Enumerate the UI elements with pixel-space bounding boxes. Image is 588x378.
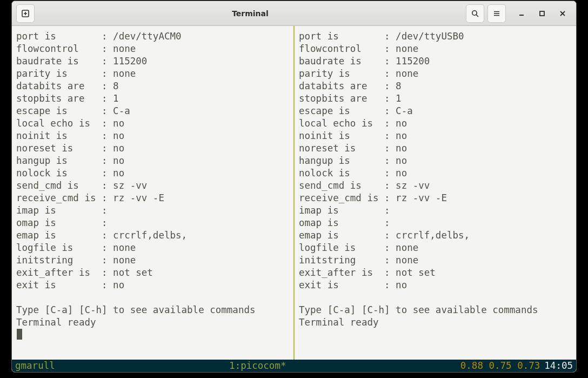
setting-line: receive_cmd is : rz -vv -E	[299, 192, 572, 204]
status-load-averages: 0.88 0.75 0.73	[460, 360, 540, 372]
setting-line: emap is : crcrlf,delbs,	[16, 229, 289, 242]
setting-line: imap is :	[299, 204, 572, 217]
blank-line	[299, 291, 572, 304]
setting-line: parity is : none	[16, 68, 289, 80]
setting-line: databits are : 8	[299, 80, 572, 92]
help-line: Type [C-a] [C-h] to see available comman…	[299, 304, 572, 316]
setting-line: baudrate is : 115200	[299, 55, 572, 68]
setting-line: escape is : C-a	[16, 105, 289, 117]
setting-line: emap is : crcrlf,delbs,	[299, 229, 572, 242]
setting-line: exit is : no	[16, 279, 289, 291]
setting-line: hangup is : no	[16, 155, 289, 167]
cursor	[17, 329, 22, 340]
setting-line: stopbits are : 1	[16, 92, 289, 105]
prompt-line	[16, 329, 289, 341]
minimize-button[interactable]	[512, 4, 531, 23]
setting-line: nolock is : no	[16, 167, 289, 180]
setting-line: escape is : C-a	[299, 105, 572, 117]
setting-line: exit_after is : not set	[299, 267, 572, 279]
setting-line: port is : /dev/ttyACM0	[16, 30, 289, 43]
svg-rect-2	[540, 11, 544, 16]
setting-line: imap is :	[16, 204, 289, 217]
setting-line: hangup is : no	[299, 155, 572, 167]
setting-line: receive_cmd is : rz -vv -E	[16, 192, 289, 204]
setting-line: exit is : no	[299, 279, 572, 291]
setting-line: send_cmd is : sz -vv	[16, 180, 289, 192]
window-title: Terminal	[38, 9, 463, 18]
setting-line: databits are : 8	[16, 80, 289, 92]
terminal-window: Terminal port is : /dev/ttyACM0flowcontr…	[11, 1, 577, 373]
blank-line	[16, 291, 289, 304]
setting-line: local echo is : no	[16, 117, 289, 130]
setting-line: noinit is : no	[16, 130, 289, 142]
svg-point-1	[472, 10, 477, 15]
titlebar: Terminal	[12, 1, 576, 26]
setting-line: noreset is : no	[299, 142, 572, 155]
ready-line: Terminal ready	[299, 316, 572, 329]
setting-line: port is : /dev/ttyUSB0	[299, 30, 572, 43]
close-button[interactable]	[553, 4, 572, 23]
status-clock: 14:05	[544, 360, 573, 372]
ready-line: Terminal ready	[16, 316, 289, 329]
tmux-panes: port is : /dev/ttyACM0flowcontrol : none…	[12, 26, 576, 360]
maximize-button[interactable]	[533, 4, 551, 23]
setting-line: noinit is : no	[299, 130, 572, 142]
setting-line: initstring : none	[299, 254, 572, 267]
status-window-name: 1:picocom*	[55, 360, 460, 372]
setting-line: omap is :	[16, 217, 289, 229]
tmux-status-bar: gmarull 1:picocom* 0.88 0.75 0.73 14:05	[12, 360, 576, 372]
terminal-body[interactable]: port is : /dev/ttyACM0flowcontrol : none…	[12, 26, 576, 372]
setting-line: parity is : none	[299, 68, 572, 80]
new-tab-button[interactable]	[16, 4, 35, 23]
setting-line: initstring : none	[16, 254, 289, 267]
setting-line: stopbits are : 1	[299, 92, 572, 105]
setting-line: local echo is : no	[299, 117, 572, 130]
setting-line: send_cmd is : sz -vv	[299, 180, 572, 192]
status-session: gmarull	[15, 360, 55, 372]
setting-line: flowcontrol : none	[16, 43, 289, 55]
pane-left[interactable]: port is : /dev/ttyACM0flowcontrol : none…	[12, 26, 293, 360]
setting-line: nolock is : no	[299, 167, 572, 180]
setting-line: baudrate is : 115200	[16, 55, 289, 68]
setting-line: logfile is : none	[299, 242, 572, 254]
menu-button[interactable]	[487, 4, 506, 23]
setting-line: flowcontrol : none	[299, 43, 572, 55]
pane-right[interactable]: port is : /dev/ttyUSB0flowcontrol : none…	[295, 26, 576, 360]
setting-line: omap is :	[299, 217, 572, 229]
setting-line: logfile is : none	[16, 242, 289, 254]
search-button[interactable]	[466, 4, 484, 23]
setting-line: exit_after is : not set	[16, 267, 289, 279]
setting-line: noreset is : no	[16, 142, 289, 155]
help-line: Type [C-a] [C-h] to see available comman…	[16, 304, 289, 316]
